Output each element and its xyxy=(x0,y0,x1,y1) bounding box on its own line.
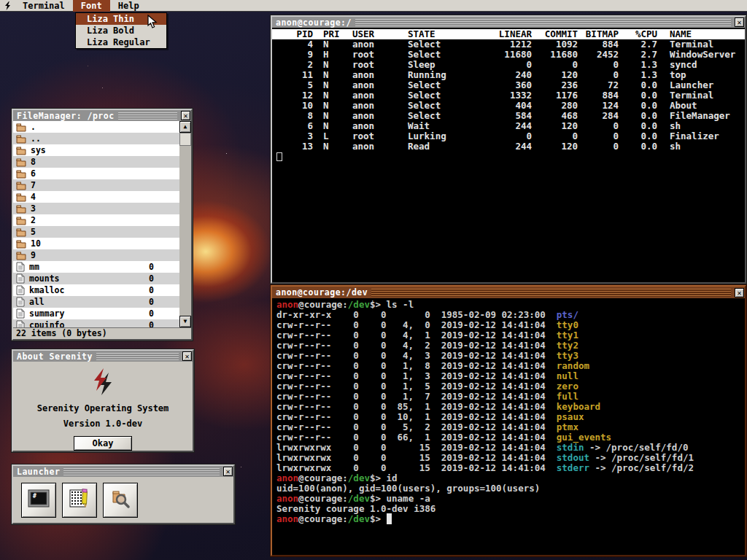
process-monitor-window: anon@courage:/ ✕ PIDPRIUSERSTATELINEARCO… xyxy=(271,15,746,284)
table-row: 4NanonSelect121210928842.7Terminal xyxy=(272,39,745,50)
terminal-titlebar[interactable]: anon@courage:/dev ✕ xyxy=(272,287,745,298)
file-icon xyxy=(16,308,25,319)
close-icon[interactable]: ✕ xyxy=(223,467,233,476)
list-item[interactable]: 5 xyxy=(13,226,179,238)
file-manager-window: FileManager: /proc ✕ ...sys8674325109mm0… xyxy=(12,109,193,341)
file-size: 0 xyxy=(149,285,154,295)
terminal-line: anon@courage:/dev$> ls -l xyxy=(276,300,745,310)
column-header: COMMIT xyxy=(532,29,578,39)
terminal-line: anon@courage:/dev$> uname -a xyxy=(276,494,745,504)
column-header: LINEAR xyxy=(481,29,532,39)
file-size: 0 xyxy=(149,320,154,327)
list-item[interactable]: cpuinfo0 xyxy=(13,319,179,327)
font-menu-item-liza-regular[interactable]: Liza Regular xyxy=(76,36,166,48)
about-title: About Serenity xyxy=(17,351,93,362)
list-item[interactable]: mm0 xyxy=(13,261,179,273)
scroll-down-icon[interactable]: ▼ xyxy=(179,316,191,327)
okay-button[interactable]: Okay xyxy=(74,436,132,451)
terminal-line: uid=100(anon), gid=100(users), groups=10… xyxy=(276,483,745,494)
scrollbar[interactable]: ▲ ▼ xyxy=(179,121,191,327)
titlebar-stripes xyxy=(118,112,177,120)
file-name: summary xyxy=(29,308,64,319)
file-name: 8 xyxy=(31,157,36,167)
terminal-content[interactable]: anon@courage:/dev$> ls -ldr-xr-xr-x 0 0 … xyxy=(272,298,745,555)
menu-item-font[interactable]: Font xyxy=(73,0,110,12)
file-name: mounts xyxy=(29,273,60,284)
about-body: Serenity Operating System Version 1.0-de… xyxy=(13,367,193,451)
file-icon xyxy=(16,297,25,307)
scroll-up-icon[interactable]: ▲ xyxy=(179,121,191,133)
terminal-line: crw-r--r-- 0 0 1, 5 2019-02-12 14:41:04 … xyxy=(276,381,745,392)
folder-icon xyxy=(16,181,26,190)
column-header: PID xyxy=(276,29,313,39)
file-manager-titlebar[interactable]: FileManager: /proc ✕ xyxy=(13,110,191,121)
file-size: 0 xyxy=(149,308,154,319)
list-item[interactable]: 8 xyxy=(13,156,179,168)
about-titlebar[interactable]: About Serenity ✕ xyxy=(13,351,193,362)
terminal-line: dr-xr-xr-x 0 0 0 1985-02-09 02:23:00 pts… xyxy=(276,310,745,320)
launch-text-editor-button[interactable] xyxy=(62,483,97,518)
terminal-hollow-cursor xyxy=(276,152,282,161)
menu-item-terminal[interactable]: Terminal xyxy=(15,0,73,12)
launch-file-manager-button[interactable] xyxy=(103,483,138,518)
file-name: 7 xyxy=(31,180,36,190)
file-name: 4 xyxy=(31,192,36,202)
launcher-title: Launcher xyxy=(17,467,60,477)
terminal-line: crw-r--r-- 0 0 85, 1 2019-02-12 14:41:04… xyxy=(276,402,745,412)
list-item[interactable]: 6 xyxy=(13,168,179,179)
list-item[interactable]: kmalloc0 xyxy=(13,284,179,296)
list-item[interactable]: 3 xyxy=(13,203,179,214)
list-item[interactable]: mounts0 xyxy=(13,273,179,284)
list-item[interactable]: 2 xyxy=(13,214,179,226)
menu-item-help[interactable]: Help xyxy=(110,0,147,12)
process-window-titlebar[interactable]: anon@courage:/ ✕ xyxy=(272,17,745,28)
file-icon xyxy=(16,320,25,327)
scrollbar-thumb[interactable] xyxy=(179,133,191,146)
titlebar-stripes xyxy=(63,468,220,476)
folder-icon xyxy=(16,192,26,202)
list-item[interactable]: sys xyxy=(13,144,179,156)
file-name: 9 xyxy=(31,250,36,260)
launcher-titlebar[interactable]: Launcher ✕ xyxy=(13,466,233,477)
terminal-block-cursor xyxy=(387,513,392,524)
launch-terminal-button[interactable]: # xyxy=(21,483,56,518)
table-row: 8NanonSelect5844682840.0FileManager xyxy=(272,111,745,121)
file-name: .. xyxy=(31,133,41,144)
terminal-line: crw-r--r-- 0 0 1, 3 2019-02-12 14:41:04 … xyxy=(276,371,745,381)
list-item[interactable]: 7 xyxy=(13,179,179,191)
table-row: 2NrootSleep0001.3syncd xyxy=(272,60,745,70)
table-row: 3LrootLurking0000.0Finalizer xyxy=(272,131,745,141)
terminal-window: anon@courage:/dev ✕ anon@courage:/dev$> … xyxy=(271,285,746,556)
column-header: NAME xyxy=(657,29,745,39)
file-name: sys xyxy=(31,145,46,155)
file-name: . xyxy=(31,122,36,132)
status-bar: 22 items (0 bytes) xyxy=(13,327,191,339)
folder-icon xyxy=(16,216,26,225)
list-item[interactable]: . xyxy=(13,121,179,133)
table-row: 5NanonSelect360236720.0Launcher xyxy=(272,80,745,90)
close-icon[interactable]: ✕ xyxy=(181,111,190,120)
process-table-header: PIDPRIUSERSTATELINEARCOMMITBITMAP%CPUNAM… xyxy=(272,29,745,39)
file-name: cpuinfo xyxy=(29,320,64,327)
column-header: %CPU xyxy=(619,29,657,39)
serenity-lightning-logo-icon xyxy=(13,367,193,399)
column-header: USER xyxy=(345,29,408,39)
file-name: mm xyxy=(29,262,39,272)
close-icon[interactable]: ✕ xyxy=(735,18,744,27)
terminal-line: lrwxrwxrwx 0 0 15 2019-02-12 14:41:04 st… xyxy=(276,453,745,463)
folder-icon xyxy=(16,204,26,214)
file-search-app-icon xyxy=(109,488,132,513)
list-item[interactable]: .. xyxy=(13,133,179,144)
file-name: 6 xyxy=(31,168,36,179)
list-item[interactable]: 9 xyxy=(13,249,179,261)
column-header: BITMAP xyxy=(578,29,619,39)
list-item[interactable]: all0 xyxy=(13,296,179,308)
close-icon[interactable]: ✕ xyxy=(735,288,744,298)
process-terminal-content: PIDPRIUSERSTATELINEARCOMMITBITMAP%CPUNAM… xyxy=(272,28,745,282)
file-icon xyxy=(16,285,25,295)
close-icon[interactable]: ✕ xyxy=(182,351,192,361)
list-item[interactable]: 10 xyxy=(13,238,179,249)
list-item[interactable]: 4 xyxy=(13,191,179,203)
folder-icon xyxy=(16,228,26,237)
list-item[interactable]: summary0 xyxy=(13,308,179,319)
